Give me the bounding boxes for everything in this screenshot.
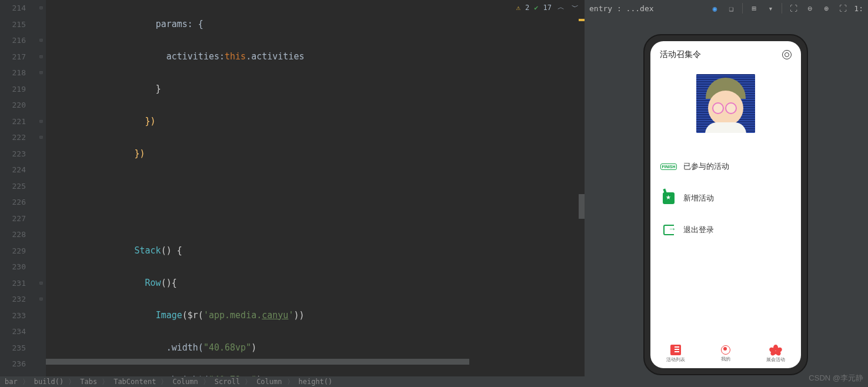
zoom-out-icon[interactable]: ⊖ [804,3,815,14]
horizontal-scrollbar[interactable] [46,359,575,365]
list-icon [670,345,681,355]
finish-icon: FINISH [662,160,675,173]
nav-label: 展会活动 [766,356,785,363]
crumb-column1[interactable]: Column [172,378,198,386]
inspect-icon[interactable]: ◉ [709,3,720,14]
menu-list: FINISH 已参与的活动 新增活动 退出登录 [650,151,801,246]
bottom-nav: 活动列表 我的 展会活动 [650,339,801,368]
phone-screen[interactable]: 活动召集令 FINISH 已参与的活动 新增活动 [650,41,801,368]
crop-icon[interactable]: ⛶ [788,3,799,14]
crumb-column2[interactable]: Column [256,378,282,386]
app-title: 活动召集令 [660,49,701,60]
nav-label: 我的 [721,356,730,362]
crumb-tabcontent[interactable]: TabContent [113,378,156,386]
code-editor[interactable]: 214215216217218 219220221222223 22422522… [0,0,585,376]
menu-item-logout[interactable]: 退出登录 [662,214,789,246]
layers-icon[interactable]: ❏ [726,3,736,14]
dropdown-icon[interactable]: ▾ [765,3,776,14]
zoom-label: 1: [854,4,863,13]
grid-icon[interactable]: ⊞ [749,3,759,14]
crumb-height[interactable]: height() [299,378,333,386]
scroll-thumb[interactable] [579,194,585,219]
watermark: CSDN @李元静 [809,373,863,383]
nav-item-mine[interactable]: 我的 [700,339,750,368]
huawei-icon [770,345,781,355]
line-gutter: 214215216217218 219220221222223 22422522… [0,0,36,376]
add-icon [662,192,675,205]
avatar-image[interactable] [696,74,755,133]
preview-panel: entry : ...dex ◉ ❏ ⊞ ▾ ⛶ ⊖ ⊕ ⛶ 1: 活动召集令 [585,0,868,387]
menu-item-add[interactable]: 新增活动 [662,182,789,214]
editor-status-bar: ⚠ 2 ✔ 17 ︿ ﹀ [516,2,580,12]
zoom-in-icon[interactable]: ⊕ [821,3,832,14]
app-header: 活动召集令 [650,41,801,68]
separator [782,3,782,14]
vertical-scrollbar[interactable] [579,0,585,376]
fold-column[interactable]: ⊟⊟ ⊟⊟ ⊟⊟ ⊟ ⊟ [36,0,46,376]
fullscreen-icon[interactable]: ⛶ [837,3,848,14]
h-scroll-thumb[interactable] [46,359,469,365]
crumb-build[interactable]: build() [34,378,64,386]
preview-title[interactable]: entry : ...dex [589,4,654,13]
crumb-tabs[interactable]: Tabs [80,378,97,386]
phone-frame: 活动召集令 FINISH 已参与的活动 新增活动 [643,34,808,375]
nav-label: 活动列表 [666,356,685,363]
ok-count: 17 [543,4,552,12]
menu-label: 已参与的活动 [683,161,729,172]
logout-icon [662,223,675,236]
crumb-scroll[interactable]: Scroll [215,378,240,386]
preview-toolbar: entry : ...dex ◉ ❏ ⊞ ▾ ⛶ ⊖ ⊕ ⛶ 1: [585,0,868,16]
menu-label: 新增活动 [683,193,714,203]
user-icon [721,345,730,355]
code-area[interactable]: params: { activities:this.activities } }… [46,0,585,376]
nav-item-expo[interactable]: 展会活动 [751,339,801,368]
separator [742,3,743,14]
warning-count: 2 [525,4,529,12]
prev-issue-button[interactable]: ︿ [556,2,566,12]
menu-item-activities[interactable]: FINISH 已参与的活动 [662,151,789,182]
crumb-bar[interactable]: bar [5,378,18,386]
breadcrumb[interactable]: bar〉 build()〉 Tabs〉 TabContent〉 Column〉 … [0,376,585,387]
menu-label: 退出登录 [683,225,714,235]
gear-icon[interactable] [782,50,792,59]
warning-icon[interactable]: ⚠ [516,4,520,12]
nav-item-list[interactable]: 活动列表 [650,339,700,368]
check-icon[interactable]: ✔ [534,4,538,12]
